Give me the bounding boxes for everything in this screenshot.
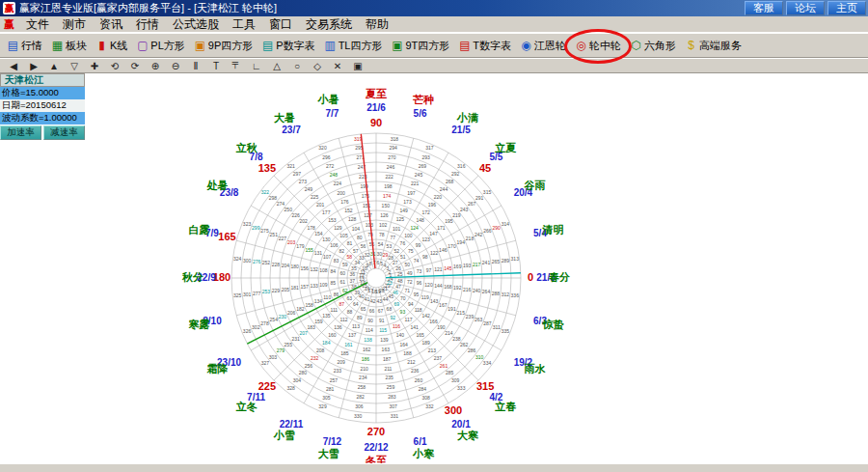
drawing-tool-button[interactable]: ⟳ bbox=[125, 59, 145, 73]
stock-name-tab[interactable]: 天津松江 bbox=[0, 73, 85, 87]
menu-item[interactable]: 资讯 bbox=[93, 15, 129, 34]
svg-text:189: 189 bbox=[422, 340, 431, 346]
svg-text:5/6: 5/6 bbox=[414, 108, 427, 119]
toolbar-button-label: 板块 bbox=[66, 39, 87, 53]
main-toolbar: ▤ 行情 ▦ 板块 ▮ K线 ▢ PL方形 ▣ 9P四方形 ▤ P数字表 ▥ T… bbox=[0, 33, 868, 58]
drawing-tool-button[interactable]: ▣ bbox=[348, 59, 367, 73]
drawing-tool-button[interactable]: ▲ bbox=[44, 59, 64, 73]
toolbar-button[interactable]: ▢ PL方形 bbox=[132, 35, 188, 57]
speed-button[interactable]: 加速率 bbox=[0, 125, 41, 140]
svg-text:59: 59 bbox=[342, 262, 348, 267]
svg-text:158: 158 bbox=[306, 302, 314, 308]
svg-text:191: 191 bbox=[448, 306, 456, 312]
svg-text:204: 204 bbox=[282, 263, 290, 268]
svg-text:立秋: 立秋 bbox=[235, 142, 258, 153]
svg-text:323: 323 bbox=[243, 221, 252, 227]
svg-text:326: 326 bbox=[243, 328, 252, 334]
menu-item[interactable]: 测市 bbox=[56, 15, 93, 34]
svg-text:108: 108 bbox=[319, 267, 328, 273]
drawing-tool-button[interactable]: ◇ bbox=[308, 59, 327, 73]
drawing-tool-button[interactable]: ◀ bbox=[4, 59, 23, 73]
menu-item[interactable]: 公式选股 bbox=[166, 15, 226, 34]
svg-text:150: 150 bbox=[382, 203, 391, 208]
coefficient-field[interactable]: 波动系数=1.00000 bbox=[0, 112, 85, 125]
svg-text:72: 72 bbox=[407, 279, 413, 285]
svg-text:302: 302 bbox=[252, 324, 260, 330]
toolbar-button[interactable]: ◉ 江恩轮 bbox=[516, 35, 570, 57]
toolbar-button[interactable]: ▮ K线 bbox=[92, 35, 131, 57]
svg-text:272: 272 bbox=[326, 163, 335, 169]
svg-text:306: 306 bbox=[355, 403, 364, 409]
svg-text:242: 242 bbox=[475, 232, 483, 237]
titlebar-link-button[interactable]: 客服 bbox=[745, 1, 783, 15]
titlebar-link-button[interactable]: 主页 bbox=[827, 1, 866, 15]
menu-item[interactable]: 工具 bbox=[226, 15, 262, 34]
toolbar-button[interactable]: ▦ 板块 bbox=[47, 35, 91, 57]
toolbar-button[interactable]: ◎ 轮中轮 bbox=[571, 35, 625, 57]
svg-text:275: 275 bbox=[260, 228, 269, 234]
svg-text:278: 278 bbox=[260, 320, 269, 326]
drawing-tool-button[interactable]: ∟ bbox=[247, 59, 266, 73]
menu-item[interactable]: 行情 bbox=[129, 15, 166, 34]
toolbar-button-icon: ▣ bbox=[194, 40, 206, 51]
toolbar-button[interactable]: ▣ 9T四方形 bbox=[387, 35, 453, 57]
toolbar-button[interactable]: ▣ 9P四方形 bbox=[190, 35, 257, 57]
status-bar bbox=[0, 463, 868, 472]
svg-text:129: 129 bbox=[334, 225, 342, 231]
toolbar-button[interactable]: ▤ P数字表 bbox=[258, 35, 318, 57]
svg-text:175: 175 bbox=[362, 193, 370, 199]
svg-text:99: 99 bbox=[416, 242, 421, 248]
svg-text:194: 194 bbox=[457, 239, 466, 245]
drawing-tool-button[interactable]: ○ bbox=[287, 59, 307, 73]
svg-text:165: 165 bbox=[218, 231, 235, 242]
svg-text:283: 283 bbox=[388, 394, 396, 400]
speed-button[interactable]: 减速率 bbox=[43, 125, 85, 140]
date-field[interactable]: 日期=20150612 bbox=[0, 99, 85, 112]
toolbar-button[interactable]: ⬡ 六角形 bbox=[626, 35, 680, 57]
menu-item[interactable]: 交易系统 bbox=[299, 15, 359, 34]
svg-text:186: 186 bbox=[362, 356, 370, 362]
svg-text:109: 109 bbox=[319, 282, 328, 288]
svg-text:117: 117 bbox=[404, 317, 412, 322]
drawing-tool-button[interactable]: ✕ bbox=[328, 59, 347, 73]
svg-text:102: 102 bbox=[379, 222, 388, 228]
speed-buttons: 加速率 减速率 bbox=[0, 125, 85, 140]
toolbar-button[interactable]: ▥ TL四方形 bbox=[320, 35, 387, 57]
price-field[interactable]: 价格=15.0000 bbox=[0, 87, 85, 99]
svg-text:269: 269 bbox=[419, 163, 427, 169]
svg-text:298: 298 bbox=[269, 195, 278, 201]
titlebar-link-button[interactable]: 论坛 bbox=[786, 1, 825, 15]
svg-text:7/7: 7/7 bbox=[325, 108, 339, 119]
menu-item[interactable]: 窗口 bbox=[262, 15, 299, 34]
svg-text:3: 3 bbox=[387, 265, 390, 271]
drawing-tool-button[interactable]: ▶ bbox=[24, 59, 43, 73]
drawing-tool-button[interactable]: △ bbox=[267, 59, 286, 73]
menu-item[interactable]: 帮助 bbox=[359, 15, 395, 34]
svg-text:332: 332 bbox=[425, 403, 434, 409]
svg-text:314: 314 bbox=[502, 221, 510, 227]
drawing-tool-button[interactable]: T bbox=[206, 59, 226, 73]
drawing-tool-button[interactable]: ▽ bbox=[65, 59, 84, 73]
toolbar-button[interactable]: $ 高端服务 bbox=[681, 35, 746, 57]
svg-text:257: 257 bbox=[330, 377, 339, 383]
toolbar-button[interactable]: ▤ T数字表 bbox=[454, 35, 515, 57]
gann-wheel[interactable]: 1234567891011121314151617181920212223242… bbox=[0, 73, 868, 463]
svg-text:148: 148 bbox=[416, 217, 424, 223]
svg-text:200: 200 bbox=[337, 190, 345, 196]
drawing-tool-button[interactable]: Ⅱ bbox=[186, 59, 205, 73]
drawing-tool-button[interactable]: ✚ bbox=[85, 59, 104, 73]
svg-text:234: 234 bbox=[359, 375, 367, 380]
toolbar-button-label: 江恩轮 bbox=[534, 39, 566, 53]
svg-text:195: 195 bbox=[445, 218, 453, 224]
drawing-tool-button[interactable]: ⊕ bbox=[146, 59, 165, 73]
toolbar-button[interactable]: ▤ 行情 bbox=[3, 35, 46, 57]
menu-item[interactable]: 文件 bbox=[19, 15, 56, 34]
svg-text:123: 123 bbox=[421, 236, 430, 242]
svg-text:20/1: 20/1 bbox=[451, 419, 471, 430]
svg-text:143: 143 bbox=[430, 298, 439, 304]
svg-text:183: 183 bbox=[307, 324, 315, 330]
drawing-tool-button[interactable]: 〒 bbox=[227, 59, 246, 73]
svg-text:209: 209 bbox=[337, 359, 345, 365]
drawing-tool-button[interactable]: ⊖ bbox=[166, 59, 185, 73]
drawing-tool-button[interactable]: ⟲ bbox=[105, 59, 124, 73]
